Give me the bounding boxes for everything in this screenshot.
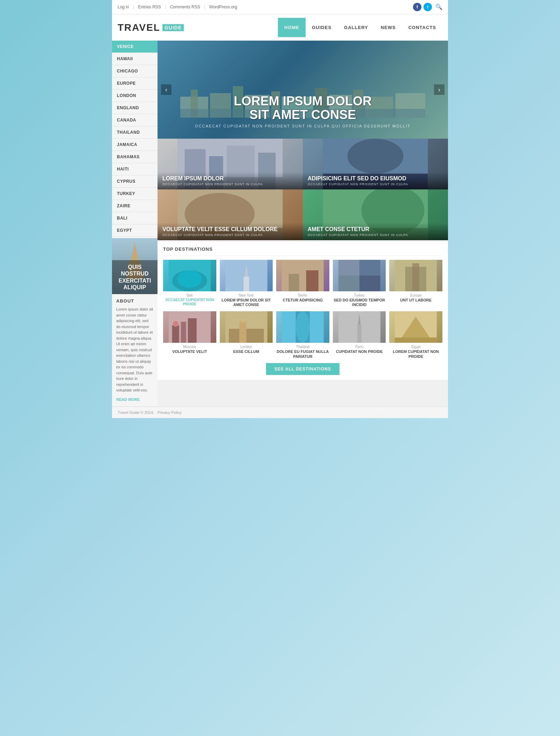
comments-rss-link[interactable]: Comments RSS	[170, 5, 200, 9]
dest-img-turkey	[333, 260, 386, 291]
about-text: Lorem ipsum dolor sit amet conse ctetur …	[116, 306, 153, 393]
wordpress-link[interactable]: WordPress.org	[209, 5, 237, 9]
image-card-3[interactable]: VOLUPTATE VELIT ESSE CILLUM DOLORE OCCAE…	[158, 189, 303, 240]
sidebar-item-zaire[interactable]: ZAIRE	[112, 200, 158, 212]
sidebar-item-bali[interactable]: BALI	[112, 212, 158, 224]
dest-card-egypt[interactable]: Egypt LOREM CUPIDATAT NON PROIDE	[389, 311, 442, 359]
dest-card-berlin[interactable]: Berlin CTETUR ADIPISICING	[276, 260, 329, 307]
slider-next-button[interactable]: ›	[434, 84, 444, 95]
nav-home[interactable]: HOME	[278, 18, 306, 37]
svg-rect-43	[306, 270, 318, 291]
hero-subtitle: OCCAECAT CUPIDATAT NON PROIDENT SUNT IN …	[158, 124, 448, 128]
top-destinations-header: TOP DESTINATIONS	[163, 247, 442, 256]
sidebar-image: QUIS NOSTRUD EXERCITATI ALIQUIP	[112, 238, 158, 294]
card4-title: AMET CONSE CTETUR	[308, 226, 443, 232]
login-link[interactable]: Log in	[118, 5, 129, 9]
dest-card-turkey[interactable]: Turkey SED DO EIUSMOD TEMPOR INCIDID	[333, 260, 386, 307]
dest-card-london[interactable]: London ESSE CILLUM	[220, 311, 273, 359]
sidebar-item-egypt[interactable]: EGYPT	[112, 224, 158, 237]
dest-img-thailand	[276, 311, 329, 343]
dest-img-berlin	[276, 260, 329, 291]
sidebar-item-thailand[interactable]: THAILAND	[112, 126, 158, 139]
image-card-4[interactable]: AMET CONSE CTETUR OCCAECAT CUPIDATAT NON…	[303, 189, 448, 240]
sidebar-item-cyprus[interactable]: CYPRUS	[112, 175, 158, 188]
svg-marker-0	[133, 242, 136, 251]
logo: TRAVEL GUIDE	[118, 22, 184, 33]
dest-img-paris	[333, 311, 386, 343]
svg-rect-40	[243, 277, 249, 291]
paris-title: CUPIDATAT NON PROIDE	[333, 349, 386, 354]
sidebar-item-turkey[interactable]: TURKEY	[112, 188, 158, 200]
sidebar-item-hawaii[interactable]: HAWAII	[112, 53, 158, 65]
sidebar-item-bahamas[interactable]: BAHAMAS	[112, 151, 158, 163]
svg-rect-54	[181, 322, 186, 343]
london-title: ESSE CILLUM	[220, 349, 273, 354]
sidebar-item-london[interactable]: LONDON	[112, 90, 158, 102]
card4-subtitle: OCCAECAT CUPIDATAT NON PROIDENT SUNT IN …	[308, 233, 443, 237]
dest-card-newyork[interactable]: New York LOREM IPSUM DOLOR SIT AMET CONS…	[220, 260, 273, 307]
bali-location: Bali	[163, 293, 216, 297]
sidebar-item-europe[interactable]: EUROPE	[112, 77, 158, 90]
sidebar-item-canada[interactable]: CANADA	[112, 114, 158, 126]
svg-point-56	[173, 321, 178, 327]
sidebar-item-chicago[interactable]: CHICAGO	[112, 65, 158, 77]
search-icon[interactable]: 🔍	[435, 4, 442, 11]
svg-rect-53	[172, 325, 179, 343]
svg-point-37	[177, 270, 202, 288]
ny-title: LOREM IPSUM DOLOR SIT AMET CONSE	[220, 298, 273, 307]
svg-rect-45	[338, 260, 359, 276]
sidebar-item-venice[interactable]: VENICE	[112, 41, 158, 53]
card1-overlay: LOREM IPSUM DOLOR OCCAECAT CUPIDATAT NON…	[158, 172, 303, 189]
dest-card-bali[interactable]: Bali OCCAECAT CUPIDATAT NON PROIDE	[163, 260, 216, 307]
read-more-link[interactable]: READ MORE	[116, 397, 140, 402]
nav-gallery[interactable]: GALLERY	[338, 18, 374, 37]
social-icons: f t	[413, 3, 432, 11]
image-card-1[interactable]: LOREM IPSUM DOLOR OCCAECAT CUPIDATAT NON…	[158, 139, 303, 189]
egypt-location: Egypt	[389, 345, 442, 349]
sidebar-menu: VENICE HAWAII CHICAGO EUROPE LONDON ENGL…	[112, 41, 158, 237]
topbar: Log in | Entries RSS | Comments RSS | Wo…	[112, 0, 448, 14]
svg-rect-59	[239, 322, 246, 343]
see-all-destinations-button[interactable]: SEE ALL DESTINATIONS	[266, 363, 340, 375]
main-content: VENICE HAWAII CHICAGO EUROPE LONDON ENGL…	[112, 41, 448, 407]
footer: Travel Guide © 2014. Privacy Policy	[112, 407, 448, 418]
sidebar-item-jamaica[interactable]: JAMAICA	[112, 139, 158, 151]
topbar-links: Log in | Entries RSS | Comments RSS | Wo…	[118, 5, 240, 9]
card1-subtitle: OCCAECAT CUPIDATAT NON PROIDENT SUNT IN …	[162, 182, 298, 186]
sidebar-item-haiti[interactable]: HAITI	[112, 163, 158, 175]
card1-title: LOREM IPSUM DOLOR	[162, 175, 298, 182]
about-title: ABOUT	[116, 298, 153, 304]
moscow-location: Moscow	[163, 345, 216, 349]
destinations-row-1: Bali OCCAECAT CUPIDATAT NON PROIDE New Y…	[163, 260, 442, 307]
sidebar-item-england[interactable]: ENGLAND	[112, 102, 158, 114]
logo-guide: GUIDE	[162, 24, 184, 31]
dest-card-moscow[interactable]: Moscow VOLUPTATE VELIT	[163, 311, 216, 359]
entries-rss-link[interactable]: Entries RSS	[138, 5, 161, 9]
privacy-policy-link[interactable]: Privacy Policy	[158, 410, 181, 415]
thailand-location: Thailand	[276, 345, 329, 349]
slider-prev-button[interactable]: ‹	[161, 84, 172, 95]
image-card-2[interactable]: ADIPISICING ELIT SED DO EIUSMOD OCCAECAT…	[303, 139, 448, 189]
content-area: LOREM IPSUM DOLOR SIT AMET CONSE OCCAECA…	[158, 41, 448, 407]
svg-rect-51	[412, 263, 419, 291]
dest-img-bali	[163, 260, 216, 291]
dest-card-europe[interactable]: Europe UNT UT LABORE	[389, 260, 442, 307]
sidebar-widget-text: QUIS NOSTRUD EXERCITATI ALIQUIP	[115, 264, 154, 291]
twitter-icon[interactable]: t	[424, 3, 432, 11]
nav-guides[interactable]: GUIDES	[306, 18, 338, 37]
svg-rect-42	[289, 274, 299, 291]
london-location: London	[220, 345, 273, 349]
dest-card-thailand[interactable]: Thailand DOLORE EU FUGIAT NULLA PARIATUR	[276, 311, 329, 359]
nav-news[interactable]: NEWS	[374, 18, 402, 37]
dest-card-paris[interactable]: Paris CUPIDATAT NON PROIDE	[333, 311, 386, 359]
facebook-icon[interactable]: f	[413, 3, 421, 11]
svg-rect-47	[338, 276, 359, 291]
berlin-location: Berlin	[276, 293, 329, 297]
svg-point-60	[241, 319, 244, 323]
svg-rect-46	[359, 260, 380, 276]
nav-contacts[interactable]: CONTACTS	[402, 18, 442, 37]
ny-location: New York	[220, 293, 273, 297]
hero-title: LOREM IPSUM DOLOR SIT AMET CONSE	[158, 94, 448, 122]
sidebar-about: ABOUT Lorem ipsum dolor sit amet conse c…	[112, 294, 158, 407]
dest-img-london	[220, 311, 273, 343]
